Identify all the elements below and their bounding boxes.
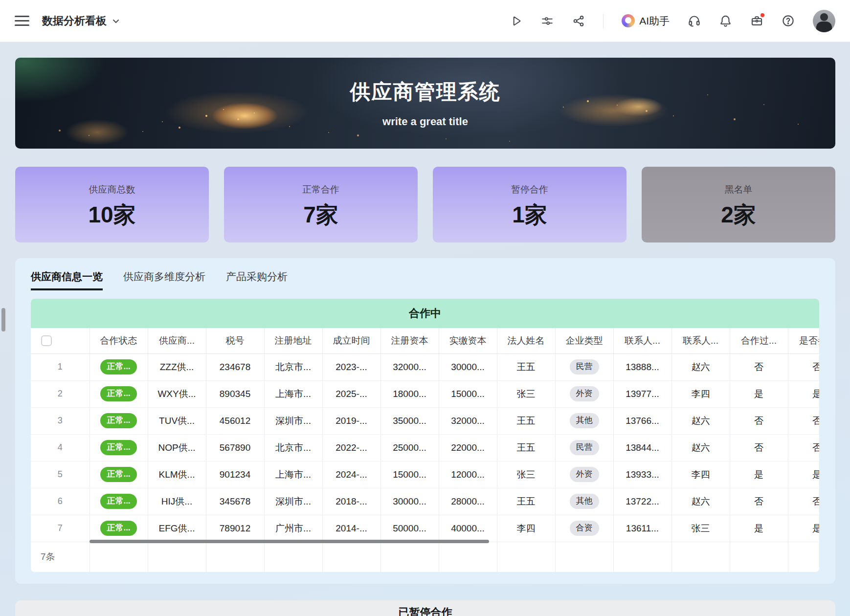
table-cell[interactable]: 否 [788,353,819,380]
table-cell[interactable]: 是 [730,461,788,488]
table-cell[interactable]: 13722... [613,488,671,515]
table-cell[interactable]: 广州市... [264,515,322,542]
table-cell[interactable]: 王五 [497,488,555,515]
column-header[interactable]: 注册地址 [264,328,322,353]
chevron-down-icon[interactable] [112,17,120,25]
table-cell[interactable]: 22000... [439,434,497,461]
table-cell[interactable]: 789012 [206,515,264,542]
column-header[interactable]: 税号 [206,328,264,353]
select-all-checkbox[interactable] [41,335,52,346]
row-number[interactable]: 7 [31,515,89,542]
table-cell[interactable]: 35000... [380,407,439,434]
table-cell[interactable]: 王五 [497,434,555,461]
row-number[interactable]: 3 [31,407,89,434]
table-cell[interactable]: 是 [730,380,788,407]
column-header[interactable]: 合作过... [730,328,788,353]
table-cell[interactable]: 13977... [613,380,671,407]
enterprise-type-cell[interactable]: 民营 [555,353,613,380]
table-row[interactable]: 2正常...WXY供...890345上海市...2025-...18000..… [31,380,819,407]
table-cell[interactable]: 否 [730,353,788,380]
table-cell[interactable]: 2025-... [322,380,380,407]
help-icon[interactable] [782,14,795,27]
table-cell[interactable]: 30000... [380,488,439,515]
table-cell[interactable]: 上海市... [264,461,322,488]
table-cell[interactable]: 是 [788,380,819,407]
table-row[interactable]: 6正常...HIJ供...345678深圳市...2018-...30000..… [31,488,819,515]
headset-icon[interactable] [688,14,701,27]
table-row[interactable]: 4正常...NOP供...567890北京市...2022-...25000..… [31,434,819,461]
table-cell[interactable]: 345678 [206,488,264,515]
table-cell[interactable]: 456012 [206,407,264,434]
tab-procurement-analysis[interactable]: 产品采购分析 [226,270,288,290]
table-cell[interactable]: 13766... [613,407,671,434]
table-cell[interactable]: 32000... [439,407,497,434]
table-cell[interactable]: 王五 [497,407,555,434]
table-cell[interactable]: ZZZ供... [148,353,206,380]
column-header[interactable]: 联系人... [671,328,730,353]
table-row[interactable]: 7正常...EFG供...789012广州市...2014-...50000..… [31,515,819,542]
table-cell[interactable]: 901234 [206,461,264,488]
table-cell[interactable]: 32000... [380,353,439,380]
enterprise-type-cell[interactable]: 民营 [555,434,613,461]
table-cell[interactable]: 567890 [206,434,264,461]
table-cell[interactable]: 李四 [671,380,730,407]
status-cell[interactable]: 正常... [89,488,148,515]
table-cell[interactable]: 30000... [439,353,497,380]
table-cell[interactable]: 张三 [497,380,555,407]
row-number[interactable]: 1 [31,353,89,380]
table-cell[interactable]: 张三 [671,515,730,542]
table-cell[interactable]: 赵六 [671,488,730,515]
vertical-scrollbar[interactable] [1,308,5,331]
table-cell[interactable]: 王五 [497,353,555,380]
table-cell[interactable]: 否 [788,488,819,515]
table-cell[interactable]: 2014-... [322,515,380,542]
table-cell[interactable]: 北京市... [264,353,322,380]
tab-supplier-overview[interactable]: 供应商信息一览 [31,270,103,290]
enterprise-type-cell[interactable]: 外资 [555,461,613,488]
share-icon[interactable] [572,14,585,27]
table-row[interactable]: 5正常...KLM供...901234上海市...2024-...15000..… [31,461,819,488]
table-cell[interactable]: 否 [730,434,788,461]
table-cell[interactable]: 15000... [380,461,439,488]
status-cell[interactable]: 正常... [89,461,148,488]
table-cell[interactable]: 否 [788,434,819,461]
column-header[interactable]: 供应商... [148,328,206,353]
hero-subtitle[interactable]: write a great title [15,115,835,128]
table-cell[interactable]: 2023-... [322,353,380,380]
table-cell[interactable]: 13611... [613,515,671,542]
table-cell[interactable]: 13888... [613,353,671,380]
table-cell[interactable]: HIJ供... [148,488,206,515]
status-cell[interactable]: 正常... [89,434,148,461]
stat-card-normal-cooperation[interactable]: 正常合作 7家 [224,167,418,242]
table-cell[interactable]: 否 [788,407,819,434]
table-cell[interactable]: NOP供... [148,434,206,461]
table-cell[interactable]: 12000... [439,461,497,488]
enterprise-type-cell[interactable]: 其他 [555,488,613,515]
stat-card-blacklist[interactable]: 黑名单 2家 [642,167,835,242]
table-cell[interactable]: 234678 [206,353,264,380]
table-cell[interactable]: 28000... [439,488,497,515]
table-cell[interactable]: 深圳市... [264,488,322,515]
status-cell[interactable]: 正常... [89,407,148,434]
table-cell[interactable]: 13933... [613,461,671,488]
avatar[interactable] [813,10,835,32]
status-cell[interactable]: 正常... [89,515,148,542]
row-number[interactable]: 6 [31,488,89,515]
table-cell[interactable]: 张三 [497,461,555,488]
menu-icon[interactable] [15,14,29,28]
table-cell[interactable]: 15000... [439,380,497,407]
table-cell[interactable]: 2024-... [322,461,380,488]
enterprise-type-cell[interactable]: 合资 [555,515,613,542]
table-cell[interactable]: 18000... [380,380,439,407]
table-row[interactable]: 1正常...ZZZ供...234678北京市...2023-...32000..… [31,353,819,380]
table-cell[interactable]: 上海市... [264,380,322,407]
bell-icon[interactable] [719,14,732,27]
table-cell[interactable]: 890345 [206,380,264,407]
status-cell[interactable]: 正常... [89,380,148,407]
table-cell[interactable]: 25000... [380,434,439,461]
table-cell[interactable]: KLM供... [148,461,206,488]
column-header[interactable]: 注册资本 [380,328,439,353]
table-cell[interactable]: 否 [730,407,788,434]
briefcase-icon[interactable] [750,14,763,27]
table-cell[interactable]: 是 [788,515,819,542]
